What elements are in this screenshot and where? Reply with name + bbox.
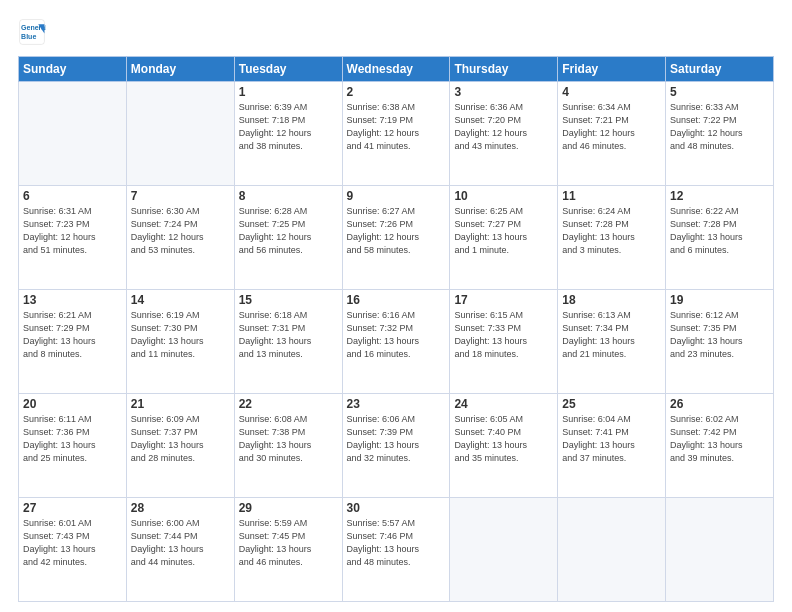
calendar-cell: 15Sunrise: 6:18 AM Sunset: 7:31 PM Dayli… bbox=[234, 290, 342, 394]
day-info: Sunrise: 6:28 AM Sunset: 7:25 PM Dayligh… bbox=[239, 205, 338, 257]
header: General Blue bbox=[18, 18, 774, 46]
calendar-cell bbox=[126, 82, 234, 186]
day-info: Sunrise: 6:01 AM Sunset: 7:43 PM Dayligh… bbox=[23, 517, 122, 569]
day-number: 14 bbox=[131, 293, 230, 307]
day-number: 8 bbox=[239, 189, 338, 203]
day-number: 21 bbox=[131, 397, 230, 411]
calendar-cell: 9Sunrise: 6:27 AM Sunset: 7:26 PM Daylig… bbox=[342, 186, 450, 290]
day-info: Sunrise: 5:57 AM Sunset: 7:46 PM Dayligh… bbox=[347, 517, 446, 569]
calendar-week-row: 1Sunrise: 6:39 AM Sunset: 7:18 PM Daylig… bbox=[19, 82, 774, 186]
day-of-week-header: Friday bbox=[558, 57, 666, 82]
day-of-week-header: Saturday bbox=[666, 57, 774, 82]
calendar-cell bbox=[558, 498, 666, 602]
day-number: 6 bbox=[23, 189, 122, 203]
day-number: 27 bbox=[23, 501, 122, 515]
day-number: 2 bbox=[347, 85, 446, 99]
day-info: Sunrise: 6:06 AM Sunset: 7:39 PM Dayligh… bbox=[347, 413, 446, 465]
calendar-cell: 20Sunrise: 6:11 AM Sunset: 7:36 PM Dayli… bbox=[19, 394, 127, 498]
calendar-cell: 25Sunrise: 6:04 AM Sunset: 7:41 PM Dayli… bbox=[558, 394, 666, 498]
calendar-cell bbox=[19, 82, 127, 186]
day-info: Sunrise: 6:36 AM Sunset: 7:20 PM Dayligh… bbox=[454, 101, 553, 153]
day-info: Sunrise: 6:19 AM Sunset: 7:30 PM Dayligh… bbox=[131, 309, 230, 361]
calendar-cell: 19Sunrise: 6:12 AM Sunset: 7:35 PM Dayli… bbox=[666, 290, 774, 394]
day-info: Sunrise: 6:02 AM Sunset: 7:42 PM Dayligh… bbox=[670, 413, 769, 465]
day-number: 28 bbox=[131, 501, 230, 515]
day-number: 13 bbox=[23, 293, 122, 307]
day-number: 7 bbox=[131, 189, 230, 203]
calendar-cell: 14Sunrise: 6:19 AM Sunset: 7:30 PM Dayli… bbox=[126, 290, 234, 394]
calendar-cell bbox=[666, 498, 774, 602]
calendar-header-row: SundayMondayTuesdayWednesdayThursdayFrid… bbox=[19, 57, 774, 82]
day-number: 18 bbox=[562, 293, 661, 307]
calendar-cell: 30Sunrise: 5:57 AM Sunset: 7:46 PM Dayli… bbox=[342, 498, 450, 602]
day-info: Sunrise: 6:22 AM Sunset: 7:28 PM Dayligh… bbox=[670, 205, 769, 257]
day-number: 12 bbox=[670, 189, 769, 203]
svg-rect-0 bbox=[20, 20, 45, 45]
logo-icon: General Blue bbox=[18, 18, 46, 46]
calendar-cell: 23Sunrise: 6:06 AM Sunset: 7:39 PM Dayli… bbox=[342, 394, 450, 498]
calendar-table: SundayMondayTuesdayWednesdayThursdayFrid… bbox=[18, 56, 774, 602]
calendar-cell: 22Sunrise: 6:08 AM Sunset: 7:38 PM Dayli… bbox=[234, 394, 342, 498]
calendar-cell: 17Sunrise: 6:15 AM Sunset: 7:33 PM Dayli… bbox=[450, 290, 558, 394]
day-number: 26 bbox=[670, 397, 769, 411]
day-info: Sunrise: 6:27 AM Sunset: 7:26 PM Dayligh… bbox=[347, 205, 446, 257]
day-number: 5 bbox=[670, 85, 769, 99]
day-number: 19 bbox=[670, 293, 769, 307]
calendar-cell: 1Sunrise: 6:39 AM Sunset: 7:18 PM Daylig… bbox=[234, 82, 342, 186]
day-number: 20 bbox=[23, 397, 122, 411]
day-number: 16 bbox=[347, 293, 446, 307]
calendar-cell: 3Sunrise: 6:36 AM Sunset: 7:20 PM Daylig… bbox=[450, 82, 558, 186]
day-number: 9 bbox=[347, 189, 446, 203]
calendar-cell: 7Sunrise: 6:30 AM Sunset: 7:24 PM Daylig… bbox=[126, 186, 234, 290]
day-info: Sunrise: 6:05 AM Sunset: 7:40 PM Dayligh… bbox=[454, 413, 553, 465]
day-of-week-header: Sunday bbox=[19, 57, 127, 82]
day-info: Sunrise: 6:21 AM Sunset: 7:29 PM Dayligh… bbox=[23, 309, 122, 361]
day-number: 23 bbox=[347, 397, 446, 411]
svg-text:Blue: Blue bbox=[21, 33, 36, 40]
calendar-cell: 21Sunrise: 6:09 AM Sunset: 7:37 PM Dayli… bbox=[126, 394, 234, 498]
page: General Blue SundayMondayTuesdayWednesda… bbox=[0, 0, 792, 612]
calendar-cell: 2Sunrise: 6:38 AM Sunset: 7:19 PM Daylig… bbox=[342, 82, 450, 186]
day-info: Sunrise: 5:59 AM Sunset: 7:45 PM Dayligh… bbox=[239, 517, 338, 569]
calendar-week-row: 27Sunrise: 6:01 AM Sunset: 7:43 PM Dayli… bbox=[19, 498, 774, 602]
day-number: 17 bbox=[454, 293, 553, 307]
day-number: 29 bbox=[239, 501, 338, 515]
day-of-week-header: Tuesday bbox=[234, 57, 342, 82]
calendar-cell: 11Sunrise: 6:24 AM Sunset: 7:28 PM Dayli… bbox=[558, 186, 666, 290]
day-number: 11 bbox=[562, 189, 661, 203]
calendar-cell: 26Sunrise: 6:02 AM Sunset: 7:42 PM Dayli… bbox=[666, 394, 774, 498]
day-info: Sunrise: 6:33 AM Sunset: 7:22 PM Dayligh… bbox=[670, 101, 769, 153]
day-info: Sunrise: 6:18 AM Sunset: 7:31 PM Dayligh… bbox=[239, 309, 338, 361]
day-info: Sunrise: 6:13 AM Sunset: 7:34 PM Dayligh… bbox=[562, 309, 661, 361]
day-number: 4 bbox=[562, 85, 661, 99]
calendar-cell: 27Sunrise: 6:01 AM Sunset: 7:43 PM Dayli… bbox=[19, 498, 127, 602]
day-info: Sunrise: 6:11 AM Sunset: 7:36 PM Dayligh… bbox=[23, 413, 122, 465]
calendar-week-row: 13Sunrise: 6:21 AM Sunset: 7:29 PM Dayli… bbox=[19, 290, 774, 394]
day-info: Sunrise: 6:15 AM Sunset: 7:33 PM Dayligh… bbox=[454, 309, 553, 361]
day-number: 30 bbox=[347, 501, 446, 515]
calendar-week-row: 20Sunrise: 6:11 AM Sunset: 7:36 PM Dayli… bbox=[19, 394, 774, 498]
calendar-cell: 16Sunrise: 6:16 AM Sunset: 7:32 PM Dayli… bbox=[342, 290, 450, 394]
day-info: Sunrise: 6:16 AM Sunset: 7:32 PM Dayligh… bbox=[347, 309, 446, 361]
day-number: 1 bbox=[239, 85, 338, 99]
day-number: 22 bbox=[239, 397, 338, 411]
calendar-cell: 18Sunrise: 6:13 AM Sunset: 7:34 PM Dayli… bbox=[558, 290, 666, 394]
day-info: Sunrise: 6:08 AM Sunset: 7:38 PM Dayligh… bbox=[239, 413, 338, 465]
day-info: Sunrise: 6:39 AM Sunset: 7:18 PM Dayligh… bbox=[239, 101, 338, 153]
day-info: Sunrise: 6:12 AM Sunset: 7:35 PM Dayligh… bbox=[670, 309, 769, 361]
calendar-week-row: 6Sunrise: 6:31 AM Sunset: 7:23 PM Daylig… bbox=[19, 186, 774, 290]
day-of-week-header: Thursday bbox=[450, 57, 558, 82]
day-info: Sunrise: 6:38 AM Sunset: 7:19 PM Dayligh… bbox=[347, 101, 446, 153]
day-info: Sunrise: 6:24 AM Sunset: 7:28 PM Dayligh… bbox=[562, 205, 661, 257]
calendar-cell: 6Sunrise: 6:31 AM Sunset: 7:23 PM Daylig… bbox=[19, 186, 127, 290]
day-number: 15 bbox=[239, 293, 338, 307]
day-info: Sunrise: 6:00 AM Sunset: 7:44 PM Dayligh… bbox=[131, 517, 230, 569]
calendar-cell: 4Sunrise: 6:34 AM Sunset: 7:21 PM Daylig… bbox=[558, 82, 666, 186]
calendar-cell bbox=[450, 498, 558, 602]
day-info: Sunrise: 6:09 AM Sunset: 7:37 PM Dayligh… bbox=[131, 413, 230, 465]
calendar-cell: 24Sunrise: 6:05 AM Sunset: 7:40 PM Dayli… bbox=[450, 394, 558, 498]
day-of-week-header: Wednesday bbox=[342, 57, 450, 82]
calendar-cell: 5Sunrise: 6:33 AM Sunset: 7:22 PM Daylig… bbox=[666, 82, 774, 186]
day-number: 3 bbox=[454, 85, 553, 99]
calendar-cell: 28Sunrise: 6:00 AM Sunset: 7:44 PM Dayli… bbox=[126, 498, 234, 602]
